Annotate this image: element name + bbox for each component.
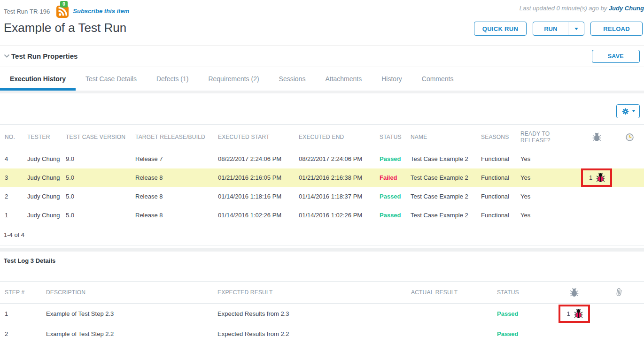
cell-end: 08/22/2017 2:24:06 PM [294,150,375,168]
execution-history-table: NO. TESTER TEST CASE VERSION TARGET RELE… [0,124,644,225]
cell-tester: Judy Chung [23,206,61,225]
col-execution-time[interactable] [615,125,644,150]
col-defects[interactable] [554,281,594,303]
defect-count: 1 [566,310,570,317]
col-defects[interactable] [578,125,615,150]
col-step[interactable]: STEP # [0,281,41,303]
last-updated-text: Last updated 0 minute(s) ago by Judy Chu… [520,5,644,12]
cell-ready: Yes [516,150,578,168]
cell-description: Example of Test Step 2.3 [41,303,213,324]
defect-link-annotated[interactable]: 1 [559,305,590,323]
cell-actual [406,324,492,344]
tab-bar: Execution History Test Case Details Defe… [0,67,644,91]
properties-title-label: Test Run Properties [11,52,78,60]
col-ready-to-release[interactable]: READY TO RELEASE? [516,125,578,150]
col-no[interactable]: NO. [0,125,23,150]
table-toolbar [0,93,644,124]
log-spacer [0,265,644,281]
cell-release: Release 8 [131,206,213,225]
col-executed-start[interactable]: EXECUTED START [213,125,294,150]
save-button[interactable]: SAVE [592,50,640,63]
defect-link-annotated[interactable]: 1 [581,168,612,187]
defect-count: 1 [589,174,592,181]
cell-defects: 1 [554,303,594,324]
cell-expected: Expected Results from 2.3 [213,303,406,324]
ladybug-icon [596,173,605,183]
col-executed-end[interactable]: EXECUTED END [294,125,375,150]
col-tester[interactable]: TESTER [23,125,61,150]
test-log-details-title: Test Log 3 Details [4,257,55,264]
rss-badge: 0 [60,1,68,8]
col-target-release[interactable]: TARGET RELEASE/BUILD [131,125,213,150]
log-step-row-1[interactable]: 1 Example of Test Step 2.3 Expected Resu… [0,303,644,324]
cell-no: 1 [0,206,23,225]
cell-seasons: Functional [476,168,516,187]
cell-name: Test Case Example 2 [406,150,476,168]
cell-execution-time [615,206,644,225]
execution-row-2[interactable]: 2 Judy Chung 5.0 Release 8 01/14/2016 1:… [0,187,644,206]
cell-start: 01/21/2016 2:16:05 PM [213,168,294,187]
ladybug-icon [574,309,583,319]
col-actual-result[interactable]: ACTUAL RESULT [406,281,492,303]
subscribe-link[interactable]: Subscribe this item [73,6,129,15]
cell-attachments [594,324,644,344]
tab-sessions[interactable]: Sessions [269,67,316,91]
test-run-properties-toggle[interactable]: Test Run Properties [4,52,78,60]
cell-version: 9.0 [61,150,131,168]
run-dropdown-button[interactable] [568,22,584,35]
cell-seasons: Functional [476,206,516,225]
col-seasons[interactable]: SEASONS [476,125,516,150]
table-settings-button[interactable] [616,104,640,118]
col-attachments[interactable] [594,281,644,303]
last-updated-user: Judy Chung [609,5,644,12]
log-step-row-2[interactable]: 2 Example of Test Step 2.2 Expected Resu… [0,324,644,344]
item-id: TR-196 [30,8,50,15]
cell-step: 2 [0,324,41,344]
tab-history[interactable]: History [372,67,412,91]
cell-start: 08/22/2017 2:24:06 PM [213,150,294,168]
cell-version: 5.0 [61,206,131,225]
col-expected-result[interactable]: EXPECTED RESULT [213,281,406,303]
reload-button[interactable]: RELOAD [590,22,643,36]
cell-execution-time [615,150,644,168]
cell-no: 3 [0,168,23,187]
quick-run-button[interactable]: QUICK RUN [474,22,527,36]
tab-execution-history[interactable]: Execution History [0,67,76,91]
caret-down-icon [632,110,635,112]
item-type-label: Test Run [4,8,28,15]
cell-defects: 1 [578,168,615,187]
cell-actual [406,303,492,324]
tab-comments[interactable]: Comments [412,67,464,91]
execution-row-4[interactable]: 4 Judy Chung 9.0 Release 7 08/22/2017 2:… [0,150,644,168]
col-description[interactable]: DESCRIPTION [41,281,213,303]
col-status[interactable]: STATUS [492,281,554,303]
cell-status: Passed [375,187,406,206]
cell-defects [578,187,615,206]
paperclip-icon [614,287,623,297]
cell-release: Release 7 [131,150,213,168]
cell-ready: Yes [516,168,578,187]
cell-name: Test Case Example 2 [406,206,476,225]
cell-no: 4 [0,150,23,168]
cell-execution-time [615,187,644,206]
item-type-and-id: Test Run TR-196 [4,6,50,15]
col-name[interactable]: NAME [406,125,476,150]
col-status[interactable]: STATUS [375,125,406,150]
cell-no: 2 [0,187,23,206]
cell-status: Failed [375,168,406,187]
tab-defects[interactable]: Defects (1) [147,67,198,91]
chevron-down-icon [4,54,10,58]
cell-status: Passed [492,303,554,324]
run-button[interactable]: RUN [533,22,568,35]
cell-ready: Yes [516,206,578,225]
tab-test-case-details[interactable]: Test Case Details [76,67,147,91]
cell-defects [578,150,615,168]
tab-requirements[interactable]: Requirements (2) [198,67,269,91]
execution-row-3-selected[interactable]: 3 Judy Chung 5.0 Release 8 01/21/2016 2:… [0,168,644,187]
execution-row-1[interactable]: 1 Judy Chung 5.0 Release 8 01/14/2016 1:… [0,206,644,225]
cell-end: 01/14/2016 1:02:26 PM [294,206,375,225]
tab-attachments[interactable]: Attachments [315,67,372,91]
col-test-case-version[interactable]: TEST CASE VERSION [61,125,131,150]
rss-subscribe-button[interactable]: 0 [56,6,69,18]
cell-step: 1 [0,303,41,324]
